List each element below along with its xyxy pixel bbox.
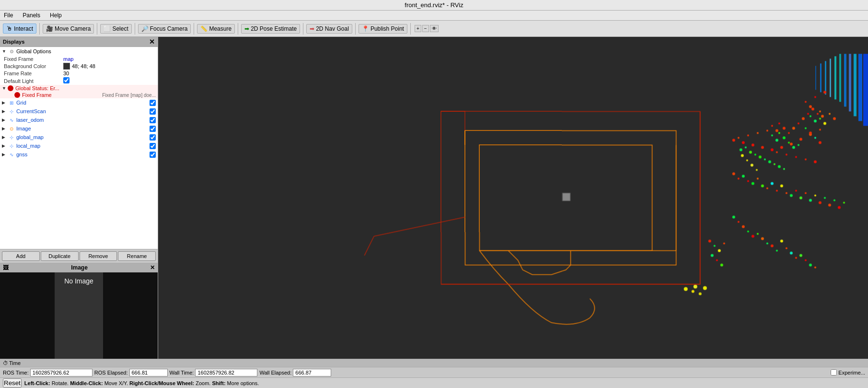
image-panel-close-button[interactable]: ✕ [150, 264, 155, 271]
global-map-row[interactable]: ▶ ⊹ global_map [0, 133, 158, 141]
interact-icon: 🖱 [6, 25, 12, 32]
ros-elapsed-input[interactable] [129, 369, 168, 376]
2d-nav-button[interactable]: ➡ 2D Nav Goal [306, 24, 352, 34]
global-options-label: Global Options [16, 48, 158, 54]
laser-odom-row[interactable]: ▶ ∿ laser_odom [0, 116, 158, 124]
svg-point-56 [805, 127, 807, 129]
svg-point-99 [805, 259, 807, 261]
app-title: front_end.rviz* - RViz [405, 1, 463, 9]
main-area: Displays ✕ ▼ ⚙ Global Options Fixed Fram… [0, 37, 868, 359]
current-scan-checkbox[interactable] [150, 108, 156, 115]
frame-rate-value[interactable]: 30 [63, 71, 157, 76]
svg-point-25 [795, 156, 797, 158]
svg-point-59 [819, 141, 822, 144]
svg-point-47 [814, 96, 816, 98]
local-map-expand[interactable]: ▶ [2, 143, 8, 148]
image-display-checkbox[interactable] [150, 126, 156, 132]
displays-panel: Displays ✕ ▼ ⚙ Global Options Fixed Fram… [0, 37, 158, 263]
toolbar-plus-button[interactable]: + [415, 25, 421, 32]
default-light-label: Default Light [1, 78, 63, 84]
svg-point-33 [749, 151, 752, 153]
toolbar-minus-button[interactable]: − [422, 25, 429, 32]
move-camera-icon: 🎥 [46, 25, 53, 32]
svg-point-103 [692, 290, 694, 293]
grid-row[interactable]: ▶ ⊞ Grid [0, 98, 158, 107]
background-color-swatch[interactable] [63, 63, 70, 70]
svg-point-38 [774, 163, 775, 165]
svg-point-126 [708, 240, 711, 243]
publish-point-button[interactable]: 📍 Publish Point [359, 24, 407, 34]
local-map-checkbox[interactable] [150, 143, 156, 149]
svg-point-92 [771, 245, 774, 247]
experiment-label: Experime... [838, 370, 865, 376]
global-map-checkbox[interactable] [150, 134, 156, 141]
experiment-field: Experime... [831, 369, 865, 376]
svg-point-23 [786, 153, 787, 155]
svg-point-97 [795, 257, 797, 259]
laser-odom-expand[interactable]: ▶ [2, 118, 8, 122]
no-image-text: No Image [55, 272, 103, 359]
fixed-frame-error-row[interactable]: Fixed Frame Fixed Frame [map] doe... [0, 92, 158, 98]
global-options-expand[interactable]: ▼ [2, 49, 8, 54]
focus-camera-button[interactable]: 🔎 Focus Camera [138, 24, 191, 34]
grid-label: Grid [16, 100, 148, 106]
fixed-frame-row: Fixed Frame map [0, 56, 158, 62]
wall-elapsed-input[interactable] [293, 369, 331, 376]
grid-expand[interactable]: ▶ [2, 100, 8, 105]
svg-point-95 [786, 247, 787, 249]
current-scan-expand[interactable]: ▶ [2, 109, 8, 114]
reset-button[interactable]: Reset [3, 378, 22, 388]
add-button[interactable]: Add [2, 251, 40, 261]
svg-point-81 [833, 200, 835, 201]
svg-point-50 [810, 115, 811, 117]
move-camera-button[interactable]: 🎥 Move Camera [43, 24, 94, 34]
menu-file[interactable]: File [2, 12, 15, 19]
default-light-value[interactable] [63, 77, 157, 84]
wall-elapsed-field: Wall Elapsed: [259, 369, 331, 376]
menu-panels[interactable]: Panels [21, 12, 42, 19]
current-scan-row[interactable]: ▶ ⊹ CurrentScan [0, 107, 158, 116]
gnss-row[interactable]: ▶ ∿ gnss [0, 150, 158, 159]
frame-rate-row: Frame Rate 30 [0, 70, 158, 77]
toolbar-eye-button[interactable]: 👁 [430, 25, 439, 32]
global-status-row[interactable]: ▼ Global Status: Er... [0, 85, 158, 92]
svg-point-61 [738, 177, 740, 179]
image-display-row[interactable]: ▶ ⊙ Image [0, 124, 158, 133]
background-color-value[interactable]: 48; 48; 48 [63, 63, 157, 70]
displays-close-button[interactable]: ✕ [149, 38, 155, 46]
laser-odom-checkbox[interactable] [150, 117, 156, 123]
measure-button[interactable]: 📏 Measure [197, 24, 235, 34]
svg-point-68 [771, 182, 774, 185]
wall-time-input[interactable] [195, 369, 257, 376]
svg-point-41 [741, 154, 744, 157]
default-light-checkbox[interactable] [63, 77, 69, 83]
svg-point-70 [780, 184, 783, 187]
svg-point-62 [742, 175, 745, 177]
image-display-expand[interactable]: ▶ [2, 126, 8, 131]
ros-time-input[interactable] [30, 369, 93, 376]
gnss-expand[interactable]: ▶ [2, 152, 8, 157]
local-map-row[interactable]: ▶ ⊹ local_map [0, 141, 158, 150]
remove-button[interactable]: Remove [80, 251, 117, 261]
grid-checkbox[interactable] [150, 100, 156, 106]
svg-point-72 [790, 194, 793, 197]
rename-button[interactable]: Rename [118, 251, 156, 261]
global-options-row[interactable]: ▼ ⚙ Global Options [0, 47, 158, 56]
duplicate-button[interactable]: Duplicate [41, 251, 79, 261]
global-status-expand[interactable]: ▼ [2, 86, 8, 91]
2d-pose-button[interactable]: ➡ 2D Pose Estimate [241, 24, 300, 34]
fixed-frame-error-label: Fixed Frame [22, 92, 102, 98]
global-map-expand[interactable]: ▶ [2, 135, 8, 140]
title-bar: front_end.rviz* - RViz [0, 0, 868, 11]
select-button[interactable]: ⬜ Select [100, 24, 131, 34]
svg-point-36 [764, 158, 766, 160]
fixed-frame-value[interactable]: map [63, 56, 157, 62]
svg-rect-3 [815, 66, 816, 90]
toolbar-separator-7 [355, 23, 356, 35]
experiment-checkbox[interactable] [831, 369, 837, 376]
interact-button[interactable]: 🖱 Interact [3, 24, 36, 34]
gnss-checkbox[interactable] [150, 152, 156, 158]
svg-point-51 [814, 119, 817, 122]
menu-help[interactable]: Help [48, 12, 64, 19]
viewport[interactable] [158, 37, 868, 359]
